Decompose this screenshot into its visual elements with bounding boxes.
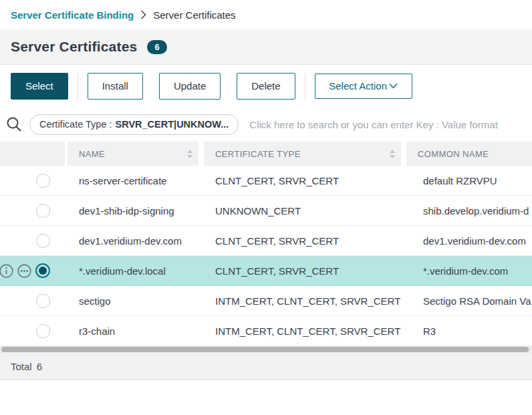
cert-name-cell: ns-server-certificate xyxy=(68,175,204,186)
table-row-selected[interactable]: *.veridium-dev.local CLNT_CERT, SRVR_CER… xyxy=(0,256,532,286)
install-button[interactable]: Install xyxy=(88,73,143,100)
cert-type-cell: CLNT_CERT, SRVR_CERT xyxy=(204,175,412,186)
sort-icon[interactable] xyxy=(187,150,192,158)
info-icon[interactable] xyxy=(0,264,13,278)
total-label: Total xyxy=(11,361,32,372)
chevron-right-icon xyxy=(140,10,146,19)
cert-name-cell: dev1.veridium-dev.com xyxy=(68,235,204,247)
header-name-label: NAME xyxy=(79,149,105,159)
search-icon xyxy=(5,116,23,133)
cert-type-cell: CLNT_CERT, SRVR_CERT xyxy=(204,235,412,247)
chevron-down-icon xyxy=(389,83,398,89)
header-cell-certificate-type[interactable]: CERTIFICATE TYPE xyxy=(204,142,401,166)
total-value: 6 xyxy=(37,361,42,372)
toolbar-divider xyxy=(78,74,78,99)
cert-name-cell: *.veridium-dev.local xyxy=(68,265,204,277)
header-cell-name[interactable]: NAME xyxy=(68,142,198,166)
page-title: Server Certificates xyxy=(11,39,137,55)
title-bar: Server Certificates 6 xyxy=(0,29,532,65)
common-name-cell: *.veridium-dev.com xyxy=(412,265,532,277)
breadcrumb-link-server-certificate-binding[interactable]: Server Certificate Binding xyxy=(11,9,134,21)
row-radio[interactable] xyxy=(36,294,50,308)
row-radio[interactable] xyxy=(36,234,50,248)
update-button[interactable]: Update xyxy=(159,73,221,100)
count-badge: 6 xyxy=(147,40,166,54)
common-name-cell: Sectigo RSA Domain Va xyxy=(412,295,532,307)
breadcrumb: Server Certificate Binding Server Certif… xyxy=(0,0,532,29)
horizontal-scrollbar-thumb[interactable] xyxy=(1,347,529,352)
search-input[interactable] xyxy=(249,119,521,130)
select-action-label: Select Action xyxy=(329,80,387,92)
cert-type-cell: CLNT_CERT, SRVR_CERT xyxy=(204,265,412,277)
header-cell-common-name[interactable]: COMMON NAME xyxy=(406,142,532,166)
table-header: NAME CERTIFICATE TYPE COMMON NAME xyxy=(0,142,532,166)
header-cell-radio xyxy=(0,142,65,166)
row-radio[interactable] xyxy=(36,324,50,338)
search-bar: Certificate Type : SRVR_CERT|UNKNOW... xyxy=(0,107,532,142)
table-row[interactable]: r3-chain INTM_CERT, CLNT_CERT, SRVR_CERT… xyxy=(0,316,532,346)
select-action-dropdown[interactable]: Select Action xyxy=(315,74,412,99)
toolbar: Select Install Update Delete Select Acti… xyxy=(0,65,532,107)
row-radio[interactable] xyxy=(36,174,50,188)
cert-name-cell: dev1-shib-idp-signing xyxy=(68,205,204,217)
table-row[interactable]: ns-server-certificate CLNT_CERT, SRVR_CE… xyxy=(0,166,532,196)
filter-chip-value: SRVR_CERT|UNKNOW... xyxy=(116,119,229,130)
delete-button[interactable]: Delete xyxy=(237,73,295,100)
ellipsis-menu-icon[interactable] xyxy=(17,264,31,278)
filter-chip-certificate-type[interactable]: Certificate Type : SRVR_CERT|UNKNOW... xyxy=(29,114,239,135)
cert-name-cell: sectigo xyxy=(68,295,204,307)
header-certificate-type-label: CERTIFICATE TYPE xyxy=(215,149,301,159)
common-name-cell: R3 xyxy=(412,325,532,337)
select-button[interactable]: Select xyxy=(11,73,68,100)
common-name-cell: dev1.veridium-dev.com xyxy=(412,235,532,247)
row-radio[interactable] xyxy=(36,204,50,218)
server-certificates-page: Server Certificate Binding Server Certif… xyxy=(0,0,532,415)
common-name-cell: default RZRVPU xyxy=(412,175,532,186)
filter-chip-key: Certificate Type : xyxy=(39,119,112,130)
horizontal-scrollbar[interactable] xyxy=(0,346,532,353)
common-name-cell: shib.develop.veridium-d xyxy=(412,205,532,217)
table-footer: Total 6 xyxy=(0,353,532,380)
cert-type-cell: INTM_CERT, CLNT_CERT, SRVR_CERT xyxy=(204,295,412,307)
table-row[interactable]: dev1-shib-idp-signing UNKNOWN_CERT shib.… xyxy=(0,196,532,226)
row-radio-selected[interactable] xyxy=(35,263,50,278)
header-common-name-label: COMMON NAME xyxy=(418,149,489,159)
toolbar-divider xyxy=(305,74,305,99)
sort-icon[interactable] xyxy=(390,150,395,158)
cert-type-cell: INTM_CERT, CLNT_CERT, SRVR_CERT xyxy=(204,325,412,337)
breadcrumb-current: Server Certificates xyxy=(153,9,235,21)
cert-name-cell: r3-chain xyxy=(68,325,204,337)
cert-type-cell: UNKNOWN_CERT xyxy=(204,205,412,217)
table-row[interactable]: sectigo INTM_CERT, CLNT_CERT, SRVR_CERT … xyxy=(0,286,532,316)
table-row[interactable]: dev1.veridium-dev.com CLNT_CERT, SRVR_CE… xyxy=(0,226,532,256)
